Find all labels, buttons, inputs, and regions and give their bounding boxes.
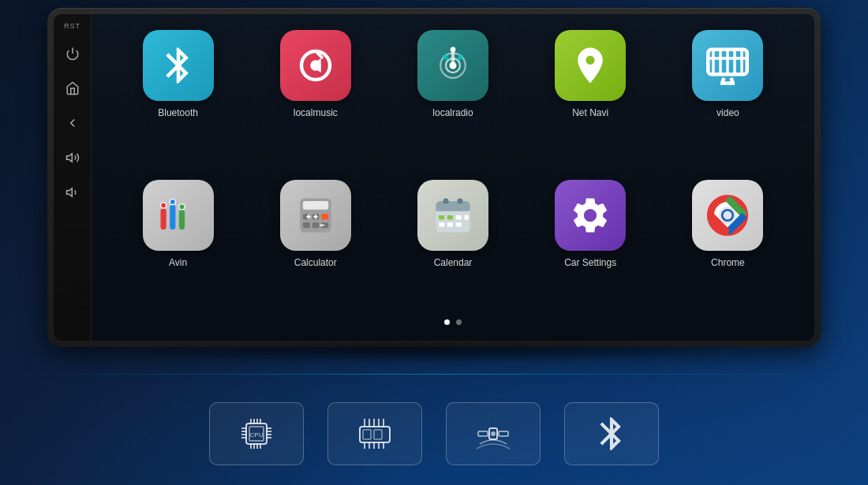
svg-point-43	[443, 198, 448, 203]
app-item-localradio[interactable]: localradio	[390, 30, 515, 164]
calendar-icon	[417, 180, 488, 251]
svg-rect-50	[456, 222, 462, 226]
svg-rect-28	[303, 201, 328, 210]
device-screen: RST	[54, 14, 814, 341]
svg-line-11	[444, 55, 448, 61]
svg-rect-51	[464, 215, 468, 219]
calculator-icon	[280, 180, 351, 251]
calendar-label: Calendar	[434, 257, 473, 268]
svg-rect-46	[447, 215, 453, 219]
svg-point-56	[724, 211, 732, 219]
app-item-localmusic[interactable]: localmusic	[253, 30, 378, 164]
app-item-video[interactable]: video	[665, 30, 791, 164]
chrome-label: Chrome	[711, 257, 745, 268]
svg-text:CPU: CPU	[250, 431, 264, 438]
feature-gpu	[327, 402, 422, 465]
svg-rect-90	[478, 431, 488, 436]
app-item-chrome[interactable]: Chrome	[665, 180, 791, 314]
svg-marker-2	[66, 188, 72, 197]
localmusic-icon	[280, 30, 351, 101]
svg-rect-48	[439, 222, 444, 226]
svg-rect-33	[312, 222, 319, 228]
svg-rect-32	[303, 222, 310, 228]
localradio-label: localradio	[432, 107, 473, 118]
bluetooth-icon	[143, 30, 214, 101]
svg-rect-42	[436, 207, 470, 211]
avin-icon	[143, 180, 214, 251]
svg-point-8	[449, 62, 456, 69]
video-label: video	[716, 107, 739, 118]
sidebar: RST	[54, 14, 92, 341]
svg-rect-31	[321, 214, 328, 219]
back-button[interactable]	[58, 109, 87, 137]
svg-line-12	[458, 55, 462, 61]
calculator-label: Calculator	[294, 257, 337, 268]
volume-down-button[interactable]	[58, 178, 87, 207]
svg-point-9	[451, 47, 456, 52]
localmusic-label: localmusic	[294, 107, 338, 118]
avin-label: Avin	[169, 257, 187, 268]
app-item-netnavi[interactable]: Net Navi	[528, 30, 653, 164]
page-indicators	[115, 313, 791, 329]
svg-rect-21	[160, 208, 166, 229]
svg-rect-49	[447, 222, 453, 226]
netnavi-icon	[555, 30, 626, 101]
page-dot-1[interactable]	[444, 319, 450, 325]
svg-point-26	[178, 203, 184, 209]
svg-rect-23	[178, 209, 184, 229]
svg-rect-47	[456, 215, 462, 219]
feature-gps	[446, 402, 541, 465]
svg-rect-91	[499, 431, 508, 436]
svg-rect-77	[363, 430, 371, 439]
glow-decoration	[0, 374, 868, 375]
svg-rect-78	[374, 430, 382, 439]
video-icon	[692, 30, 763, 101]
svg-point-92	[491, 431, 496, 436]
rst-label: RST	[64, 22, 80, 30]
svg-rect-22	[170, 204, 175, 229]
svg-marker-1	[66, 154, 72, 162]
chrome-icon	[692, 180, 763, 251]
bluetooth-label: Bluetooth	[158, 107, 198, 118]
page-dot-2[interactable]	[456, 319, 462, 325]
app-item-calculator[interactable]: Calculator	[253, 180, 378, 314]
app-item-carsettings[interactable]: Car Settings	[528, 180, 653, 314]
carsettings-label: Car Settings	[564, 257, 616, 268]
app-grid: Bluetooth localmusic	[115, 30, 791, 313]
device-container: RST	[47, 8, 821, 347]
main-content: Bluetooth localmusic	[92, 14, 814, 341]
app-item-calendar[interactable]: Calendar	[390, 180, 515, 314]
netnavi-label: Net Navi	[572, 107, 608, 118]
feature-bluetooth	[564, 402, 659, 465]
localradio-icon	[417, 30, 488, 101]
svg-rect-45	[439, 215, 444, 219]
svg-point-24	[160, 202, 166, 207]
svg-point-44	[457, 198, 462, 203]
feature-cpu: CPU	[209, 402, 304, 465]
svg-rect-76	[360, 427, 390, 442]
bottom-features: CPU	[63, 402, 805, 465]
svg-rect-10	[451, 52, 455, 63]
app-item-bluetooth[interactable]: Bluetooth	[115, 30, 241, 164]
volume-up-button[interactable]	[58, 144, 87, 172]
home-button[interactable]	[58, 74, 87, 103]
app-item-avin[interactable]: Avin	[115, 180, 241, 314]
svg-point-25	[170, 199, 175, 204]
device-shadow	[125, 339, 743, 363]
carsettings-icon	[555, 180, 626, 251]
device-outer: RST	[47, 8, 821, 347]
power-button[interactable]	[58, 39, 87, 68]
